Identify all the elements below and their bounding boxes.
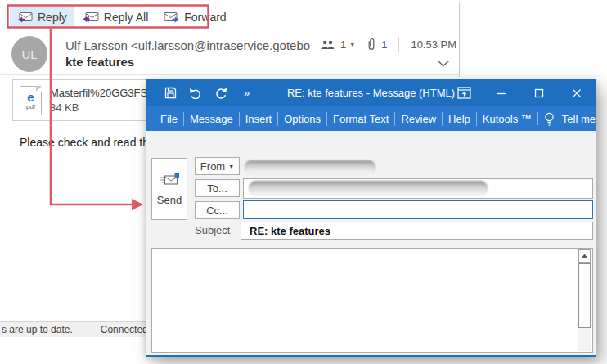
reply-all-button[interactable]: Reply All	[74, 7, 155, 27]
avatar-initials: UL	[21, 47, 37, 61]
maximize-button[interactable]	[520, 79, 558, 106]
attachment-size: 34 KB	[50, 101, 146, 114]
pane-top-border	[0, 2, 460, 2]
reply-label: Reply	[38, 11, 67, 24]
scrollbar-thumb[interactable]	[578, 263, 591, 328]
recipient-count[interactable]: 1	[340, 38, 346, 51]
scroll-up-arrow-icon	[581, 254, 588, 258]
sender-address[interactable]: Ulf Larsson <ulf.larsson@intraservice.go…	[65, 38, 312, 52]
scroll-up-button[interactable]	[578, 249, 591, 263]
message-body-editor[interactable]	[151, 248, 593, 353]
cc-button[interactable]: Cc...	[195, 201, 240, 219]
close-button[interactable]	[558, 79, 596, 106]
tab-message[interactable]: Message	[183, 112, 239, 126]
pdf-icon-label: pdf	[26, 103, 35, 110]
attachment-filename: Masterfil%20GG3FSK_	[50, 87, 146, 99]
tab-kutools[interactable]: Kutools ™	[476, 112, 537, 126]
compose-titlebar[interactable]: » RE: kte features - Message (HTML)	[146, 79, 596, 106]
save-icon[interactable]	[163, 86, 178, 101]
to-address-redacted	[249, 181, 488, 196]
sync-status-text: s are up to date.	[2, 324, 73, 335]
reply-all-label: Reply All	[104, 11, 148, 24]
forward-label: Forward	[184, 11, 226, 24]
minimize-button[interactable]	[483, 79, 520, 106]
subject-label: Subject	[195, 224, 230, 236]
ribbon-tab-row: File Message Insert Options Format Text …	[146, 106, 596, 131]
paperclip-icon	[366, 38, 376, 52]
from-label: From	[200, 160, 225, 173]
send-button[interactable]: Send	[151, 158, 187, 220]
from-address-redacted	[245, 160, 375, 174]
to-label: To...	[207, 182, 227, 195]
window-controls	[445, 79, 596, 106]
body-scrollbar[interactable]	[578, 249, 591, 351]
reply-all-envelope-icon	[82, 11, 100, 24]
response-toolbar: Reply Reply All Forward	[10, 7, 234, 27]
forward-envelope-icon	[163, 11, 180, 24]
send-label: Send	[157, 194, 182, 206]
reply-button[interactable]: Reply	[10, 7, 74, 27]
ribbon-display-options-icon[interactable]	[445, 79, 483, 106]
tab-help[interactable]: Help	[442, 112, 476, 126]
forward-button[interactable]: Forward	[155, 7, 233, 27]
pane-right-border	[459, 2, 460, 77]
subject-field[interactable]: RE: kte features	[241, 222, 593, 240]
message-meta: 1 ▼ 1 10:53 PM	[321, 36, 456, 52]
message-subject: kte features	[65, 55, 134, 69]
compose-window: » RE: kte features - Message (HTML)	[146, 79, 596, 357]
tab-file[interactable]: File	[155, 112, 183, 126]
redo-icon[interactable]	[214, 86, 228, 101]
chevron-down-icon[interactable]	[437, 60, 450, 67]
meta-divider	[398, 37, 399, 52]
tab-insert[interactable]: Insert	[239, 112, 278, 126]
to-field[interactable]	[243, 178, 593, 199]
tell-me-box[interactable]: Tell me	[560, 113, 600, 125]
tab-review[interactable]: Review	[394, 112, 442, 126]
pdf-file-icon: e pdf	[20, 86, 42, 115]
recipients-icon	[321, 39, 335, 50]
avatar: UL	[11, 36, 47, 72]
recipients-dropdown-icon[interactable]: ▼	[349, 42, 355, 47]
message-time: 10:53 PM	[411, 38, 456, 51]
compose-form: Send From ▼ To... Cc... Subject RE: kte …	[146, 131, 596, 355]
tab-options[interactable]: Options	[277, 112, 326, 126]
message-body-text: Please check and read thi	[20, 136, 151, 149]
qat-customize-icon[interactable]: »	[239, 86, 254, 101]
attachment-info: Masterfil%20GG3FSK_ 34 KB	[50, 87, 146, 114]
attachment-count[interactable]: 1	[381, 38, 387, 51]
quick-access-toolbar: »	[163, 86, 254, 101]
cc-field[interactable]	[243, 200, 593, 219]
lightbulb-icon	[538, 112, 560, 126]
cc-label: Cc...	[206, 204, 228, 217]
undo-icon[interactable]	[188, 86, 203, 101]
header-divider	[0, 74, 460, 75]
tab-format-text[interactable]: Format Text	[326, 112, 394, 126]
screenshot-canvas: Reply Reply All Forward	[0, 0, 607, 364]
send-envelope-icon	[158, 172, 181, 187]
reply-envelope-icon	[17, 11, 34, 24]
pdf-icon-letter: e	[27, 91, 34, 103]
to-button[interactable]: To...	[195, 179, 240, 197]
from-button[interactable]: From ▼	[195, 157, 240, 175]
from-dropdown-icon: ▼	[228, 164, 234, 169]
